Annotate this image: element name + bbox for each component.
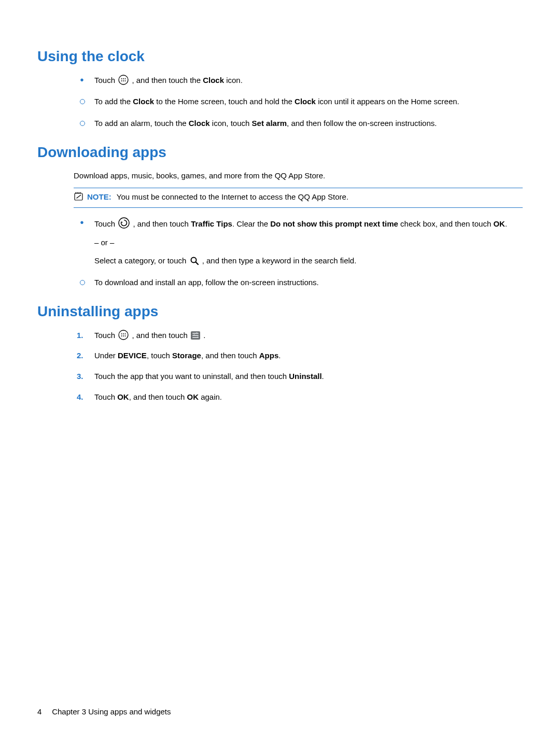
svg-point-6 [125, 80, 126, 81]
heading-using-clock: Using the clock [37, 48, 523, 65]
svg-line-10 [195, 262, 198, 265]
heading-downloading-apps: Downloading apps [37, 144, 523, 161]
svg-point-13 [123, 333, 124, 334]
text: Under DEVICE, touch Storage, and then to… [94, 351, 281, 360]
svg-point-0 [119, 75, 128, 85]
svg-point-8 [119, 218, 129, 228]
step-number: 2. [77, 350, 83, 361]
page-number: 4 [37, 707, 50, 716]
svg-point-1 [121, 78, 122, 79]
text: , and then touch [132, 331, 190, 340]
svg-point-14 [125, 333, 126, 334]
list-item: To add the Clock to the Home screen, tou… [37, 96, 523, 107]
svg-point-2 [123, 78, 124, 79]
note-icon [74, 192, 84, 204]
note-label: NOTE: [87, 192, 111, 201]
bullet-icon [80, 280, 85, 285]
search-line: Select a category, or touch , and then t… [94, 255, 523, 266]
text: Touch the app that you want to uninstall… [94, 372, 324, 381]
text: Touch [94, 219, 117, 228]
or-separator: – or – [94, 237, 523, 248]
svg-point-5 [123, 80, 124, 81]
list-item: 1. Touch , and then touch . [37, 330, 523, 341]
bullet-icon [80, 99, 85, 104]
text: To add an alarm, touch the Clock icon, t… [94, 119, 437, 128]
apps-icon [118, 75, 129, 85]
chapter-title: Chapter 3 Using apps and widgets [52, 707, 171, 716]
bullet-icon [80, 121, 85, 126]
svg-point-11 [119, 330, 128, 340]
svg-point-4 [121, 80, 122, 81]
settings-icon [191, 331, 200, 340]
list-item: • Touch , and then touch Traffic Tips. C… [37, 217, 523, 266]
heading-uninstalling-apps: Uninstalling apps [37, 303, 523, 320]
text: Touch [94, 76, 117, 85]
text: , and then type a keyword in the search … [202, 256, 357, 265]
step-number: 4. [77, 391, 83, 403]
list-item: 2. Under DEVICE, touch Storage, and then… [37, 350, 523, 361]
text: Touch OK, and then touch OK again. [94, 392, 222, 401]
search-icon [190, 256, 199, 265]
list-item: To add an alarm, touch the Clock icon, t… [37, 118, 523, 129]
apps-icon [118, 330, 129, 340]
svg-point-15 [121, 335, 122, 336]
list-item: 4. Touch OK, and then touch OK again. [37, 391, 523, 403]
downloading-list: • Touch , and then touch Traffic Tips. C… [37, 217, 523, 288]
bullet-icon: • [77, 219, 87, 226]
svg-point-17 [125, 335, 126, 336]
note-callout: NOTE: You must be connected to the Inter… [74, 188, 523, 208]
text: . [203, 331, 205, 340]
downloading-intro: Download apps, music, books, games, and … [74, 170, 523, 181]
text: To download and install an app, follow t… [94, 278, 319, 287]
bullet-icon: • [77, 76, 87, 83]
refresh-circle-icon [118, 217, 130, 229]
text: Touch [94, 331, 117, 340]
list-item: 3. Touch the app that you want to uninst… [37, 371, 523, 382]
document-page: Using the clock • Touch , and then touch… [0, 0, 560, 745]
text: , and then touch the Clock icon. [132, 76, 243, 85]
text: To add the Clock to the Home screen, tou… [94, 97, 459, 106]
step-number: 3. [77, 371, 83, 382]
list-item: To download and install an app, follow t… [37, 277, 523, 288]
page-footer: 4 Chapter 3 Using apps and widgets [37, 707, 171, 716]
svg-point-16 [123, 335, 124, 336]
clock-list: • Touch , and then touch the Clock icon.… [37, 75, 523, 129]
text: Select a category, or touch [94, 256, 186, 265]
text: , and then touch Traffic Tips. Clear the… [133, 219, 507, 228]
list-item: • Touch , and then touch the Clock icon. [37, 75, 523, 86]
uninstall-steps: 1. Touch , and then touch . 2. Under DEV… [37, 330, 523, 403]
step-number: 1. [77, 330, 83, 341]
note-text: You must be connected to the Internet to… [117, 192, 348, 201]
svg-point-12 [121, 333, 122, 334]
svg-point-3 [125, 78, 126, 79]
